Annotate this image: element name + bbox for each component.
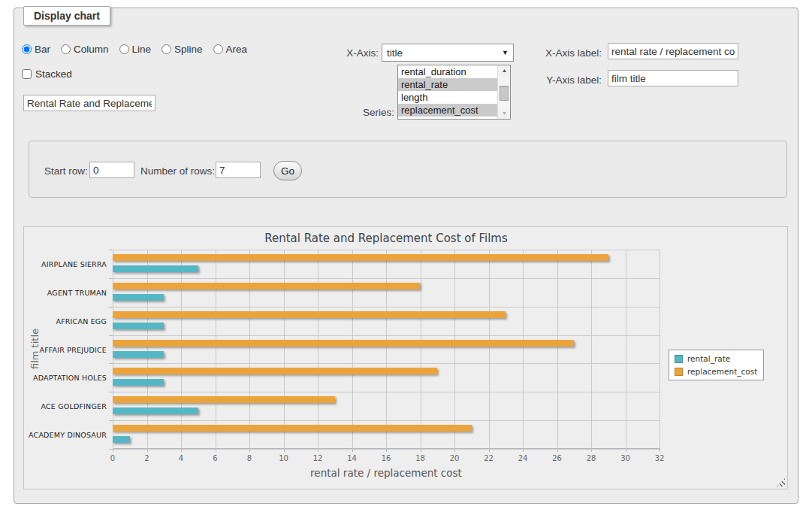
legend-item-rental_rate[interactable]: rental_rate bbox=[675, 354, 757, 363]
x-axis-tick bbox=[421, 449, 421, 452]
gridline-vertical bbox=[113, 250, 113, 449]
chart-type-radio-column[interactable] bbox=[61, 44, 71, 54]
legend-label: replacement_cost bbox=[687, 367, 757, 376]
x-tick-label: 8 bbox=[247, 454, 252, 462]
chart-type-radio-label: Spline bbox=[174, 44, 203, 55]
x-axis-tick bbox=[454, 449, 455, 452]
bar-rental_rate[interactable] bbox=[113, 323, 164, 329]
number-of-rows-label: Number of rows: bbox=[140, 165, 215, 177]
category-label: AFRICAN EGG bbox=[24, 317, 107, 326]
legend-swatch-icon bbox=[675, 368, 683, 376]
gridline-vertical bbox=[489, 250, 490, 449]
chart-title-input[interactable] bbox=[23, 95, 155, 111]
x-axis-tick bbox=[489, 449, 490, 452]
gridline-horizontal bbox=[113, 250, 660, 250]
x-tick-label: 20 bbox=[450, 454, 460, 462]
x-axis-selected-value: title bbox=[387, 47, 403, 59]
gridline-vertical bbox=[591, 250, 592, 449]
bar-replacement_cost[interactable] bbox=[113, 254, 608, 261]
series-option-rental_duration[interactable]: rental_duration bbox=[398, 65, 497, 78]
bar-rental_rate[interactable] bbox=[113, 436, 130, 443]
go-button[interactable]: Go bbox=[273, 161, 302, 180]
bar-replacement_cost[interactable] bbox=[113, 283, 420, 289]
gridline-vertical bbox=[421, 250, 421, 449]
x-tick-label: 10 bbox=[279, 454, 288, 462]
bar-replacement_cost[interactable] bbox=[113, 425, 472, 432]
x-axis-label-label: X-Axis label: bbox=[534, 47, 602, 59]
bar-rental_rate[interactable] bbox=[113, 379, 164, 386]
series-option-length[interactable]: length bbox=[398, 91, 497, 104]
chart-type-radio-label: Area bbox=[226, 44, 248, 55]
bar-rental_rate[interactable] bbox=[113, 351, 164, 358]
gridline-vertical bbox=[249, 250, 250, 449]
scrollbar-thumb[interactable] bbox=[500, 86, 509, 101]
y-axis-tick bbox=[109, 278, 113, 279]
gridline-horizontal bbox=[113, 420, 660, 421]
bar-rental_rate[interactable] bbox=[113, 294, 164, 301]
chart-type-radio-line[interactable] bbox=[119, 44, 129, 54]
category-label: AFFAIR PREJUDICE bbox=[24, 346, 107, 354]
resize-handle-icon[interactable] bbox=[777, 478, 785, 486]
x-tick-label: 14 bbox=[347, 454, 357, 462]
x-axis-select-label: X-Axis: bbox=[334, 47, 379, 59]
x-axis-tick bbox=[626, 449, 626, 452]
legend-label: rental_rate bbox=[687, 354, 730, 363]
x-axis-tick bbox=[284, 449, 285, 452]
x-axis-tick bbox=[147, 449, 148, 452]
chart-title: Rental Rate and Replacement Cost of Film… bbox=[113, 232, 660, 245]
legend-item-replacement_cost[interactable]: replacement_cost bbox=[675, 367, 757, 376]
y-axis-label-input[interactable] bbox=[608, 70, 738, 86]
number-of-rows-input[interactable] bbox=[216, 162, 261, 178]
bar-replacement_cost[interactable] bbox=[113, 340, 574, 347]
bar-replacement_cost[interactable] bbox=[113, 396, 335, 403]
start-row-input[interactable] bbox=[89, 162, 134, 178]
series-listbox[interactable]: rental_durationrental_ratelengthreplacem… bbox=[397, 65, 511, 120]
series-option-replacement_cost[interactable]: replacement_cost bbox=[398, 104, 497, 117]
stacked-checkbox[interactable] bbox=[22, 69, 32, 79]
x-axis-tick bbox=[249, 449, 250, 452]
y-axis-tick bbox=[109, 392, 113, 392]
gridline-vertical bbox=[318, 250, 318, 449]
x-tick-label: 18 bbox=[415, 454, 425, 462]
x-tick-label: 4 bbox=[179, 454, 183, 462]
scroll-up-icon[interactable]: ▲ bbox=[498, 65, 511, 76]
series-options: rental_durationrental_ratelengthreplacem… bbox=[398, 65, 497, 119]
legend-swatch-icon bbox=[675, 355, 683, 363]
chart-type-radio-label: Column bbox=[74, 44, 109, 55]
chart-type-radio-label: Line bbox=[132, 44, 152, 55]
y-axis-tick bbox=[109, 363, 113, 364]
chart-container: Rental Rate and Replacement Cost of Film… bbox=[23, 226, 788, 489]
bar-rental_rate[interactable] bbox=[113, 407, 198, 414]
category-label: ADAPTATION HOLES bbox=[24, 374, 107, 382]
x-axis-tick bbox=[591, 449, 592, 452]
x-axis-label-input[interactable] bbox=[608, 43, 738, 59]
series-select-label: Series: bbox=[349, 107, 394, 118]
bar-replacement_cost[interactable] bbox=[113, 368, 437, 374]
gridline-vertical bbox=[284, 250, 285, 449]
chart-type-radio-label: Bar bbox=[35, 44, 50, 55]
bar-rental_rate[interactable] bbox=[113, 265, 198, 272]
bar-replacement_cost[interactable] bbox=[113, 311, 506, 318]
listbox-scrollbar[interactable]: ▲ ▼ bbox=[497, 65, 510, 119]
x-axis-title: rental rate / replacement cost bbox=[113, 467, 660, 479]
x-axis-select[interactable]: title ▼ bbox=[382, 44, 514, 62]
series-option-rental_rate[interactable]: rental_rate bbox=[398, 78, 497, 91]
y-axis-tick bbox=[109, 307, 113, 308]
category-label: AGENT TRUMAN bbox=[24, 289, 107, 297]
fieldset-legend: Display chart bbox=[23, 6, 110, 26]
x-tick-label: 26 bbox=[552, 454, 562, 462]
x-tick-label: 16 bbox=[382, 454, 391, 462]
gridline-vertical bbox=[386, 250, 387, 449]
chart-type-radio-area[interactable] bbox=[213, 44, 223, 54]
scroll-down-icon[interactable]: ▼ bbox=[498, 108, 511, 119]
select-dropdown-arrow-icon: ▼ bbox=[502, 49, 509, 56]
x-tick-label: 24 bbox=[518, 454, 528, 462]
chart-type-radio-spline[interactable] bbox=[161, 44, 171, 54]
x-tick-label: 6 bbox=[213, 454, 217, 462]
x-tick-label: 0 bbox=[110, 454, 115, 462]
chart-type-radio-bar[interactable] bbox=[22, 44, 32, 54]
gridline-vertical bbox=[181, 250, 182, 449]
y-axis-label-label: Y-Axis label: bbox=[534, 74, 602, 86]
gridline-horizontal bbox=[113, 307, 660, 308]
y-axis-tick bbox=[109, 335, 113, 336]
